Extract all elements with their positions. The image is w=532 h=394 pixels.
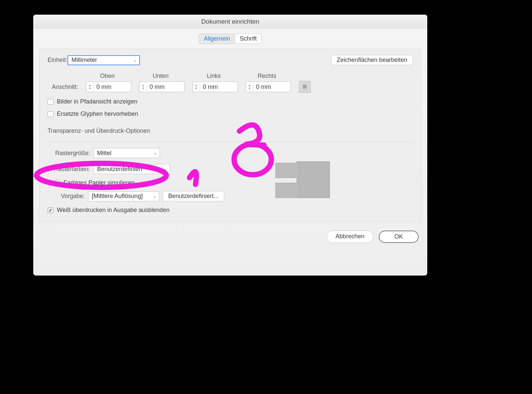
dialog-title: Dokument einrichten [33,15,427,29]
unit-label: Einheit: [48,57,67,64]
grid-colors-label: Rasterfarben: [48,166,90,173]
bleed-top-input[interactable]: ▴▾ 0 mm [86,82,131,92]
dialog-window: Dokument einrichten Allgemein Schrift Ei… [33,15,427,276]
bleed-header-right: Rechts [244,73,290,80]
chevron-down-icon: ⌄ [133,58,137,63]
chevron-down-icon: ⌄ [164,167,167,171]
tab-group: Allgemein Schrift [33,29,427,49]
tab-type[interactable]: Schrift [235,34,261,44]
bleed-top-value: 0 mm [94,84,111,91]
grid-size-value: Mittel [97,150,111,157]
images-outline-checkbox[interactable] [48,99,54,105]
stepper-icon[interactable]: ▴▾ [193,82,200,92]
edit-artboards-button[interactable]: Zeichenflächen bearbeiten [331,55,413,65]
grid-colors-select[interactable]: Benutzerdefiniert ⌄ [93,164,170,174]
custom-preset-button[interactable]: Benutzerdefiniert... [163,191,224,201]
tab-general[interactable]: Allgemein [199,34,235,44]
bleed-right-input[interactable]: ▴▾ 0 mm [246,82,291,92]
bleed-label: Anschnitt: [48,84,78,91]
swatch-small-2[interactable] [275,183,299,198]
color-swatch-preview [263,161,330,200]
transparency-section-title: Transparenz- und Überdruck-Optionen [48,127,413,134]
swatch-small-1[interactable] [275,163,299,178]
discard-white-checkbox[interactable] [48,207,54,213]
preset-label: Vorgabe: [61,193,85,200]
bleed-right-value: 0 mm [253,84,271,91]
swatch-large[interactable] [297,161,330,198]
highlight-glyphs-checkbox[interactable] [48,111,54,117]
link-icon: ⎘ [303,84,307,91]
discard-white-label: Weiß überdrucken in Ausgabe ausblenden [57,207,170,214]
ok-button[interactable]: OK [379,231,419,243]
bleed-header-top: Oben [85,73,130,80]
bleed-header-left: Links [191,73,236,80]
stepper-icon[interactable]: ▴▾ [140,82,147,92]
chevron-down-icon: ⌄ [154,151,157,155]
bleed-bottom-input[interactable]: ▴▾ 0 mm [139,82,185,92]
highlight-glyphs-label: Ersetzte Glyphen hervorheben [57,110,138,117]
simulate-paper-label: Farbiges Papier simulieren [64,179,135,186]
grid-colors-value: Benutzerdefiniert [97,166,142,173]
simulate-paper-checkbox[interactable] [54,180,60,186]
chevron-down-icon: ⌄ [153,194,156,199]
bleed-left-input[interactable]: ▴▾ 0 mm [193,82,238,92]
bleed-header-bottom: Unten [138,73,183,80]
grid-size-label: Rastergröße: [48,150,90,157]
images-outline-label: Bilder in Pfadansicht anzeigen [57,98,137,105]
link-values-button[interactable]: ⎘ [299,81,311,93]
settings-panel: Einheit: Millimeter ⌄ Zeichenflächen bea… [39,49,421,223]
grid-size-select[interactable]: Mittel ⌄ [93,148,160,158]
preset-select[interactable]: [Mittlere Auflösung] ⌄ [88,191,159,201]
stepper-icon[interactable]: ▴▾ [246,82,253,92]
bleed-bottom-value: 0 mm [147,84,165,91]
stepper-icon[interactable]: ▴▾ [86,82,94,92]
cancel-button[interactable]: Abbrechen [327,231,373,243]
bleed-left-value: 0 mm [200,84,218,91]
unit-select-value: Millimeter [71,57,97,64]
unit-select[interactable]: Millimeter ⌄ [67,55,140,65]
section-divider [48,142,413,142]
preset-value: [Mittlere Auflösung] [92,193,143,200]
